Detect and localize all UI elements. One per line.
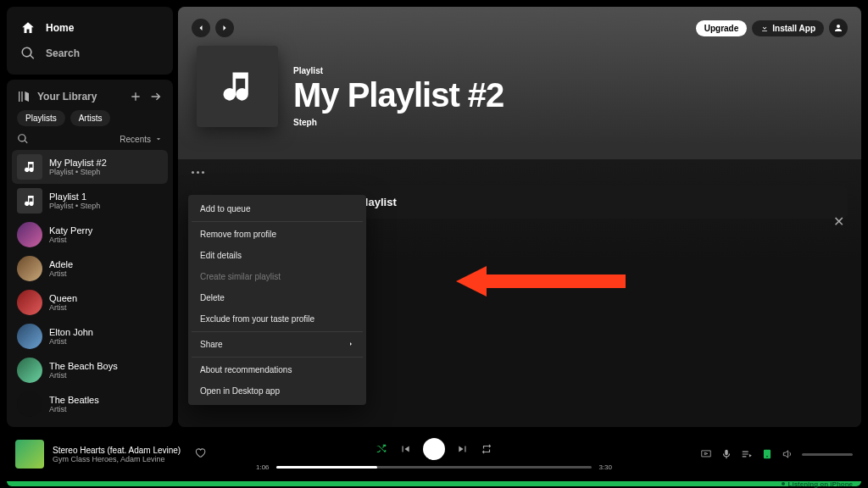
- now-playing-view-button[interactable]: [700, 448, 712, 460]
- library-item[interactable]: Playlist 1Playlist • Steph: [12, 184, 168, 218]
- svg-marker-0: [456, 266, 626, 297]
- item-sub: Artist: [49, 236, 92, 244]
- chevron-right-icon: [220, 23, 230, 33]
- play-button[interactable]: [423, 438, 445, 460]
- queue-icon: [741, 448, 753, 460]
- now-playing-artist[interactable]: Gym Class Heroes, Adam Levine: [53, 455, 181, 463]
- volume-slider[interactable]: [802, 453, 853, 456]
- library-header[interactable]: Your Library: [17, 90, 129, 103]
- item-title: My Playlist #2: [49, 158, 107, 168]
- music-note-icon: [219, 68, 256, 105]
- chevron-left-icon: [196, 23, 206, 33]
- context-menu-item[interactable]: Open in Desktop app: [192, 380, 363, 402]
- progress-bar[interactable]: [276, 466, 593, 469]
- repeat-button[interactable]: [481, 443, 492, 455]
- nav-back-button[interactable]: [192, 19, 210, 37]
- context-menu-item[interactable]: Exclude from your taste profile: [192, 308, 363, 330]
- arrow-right-icon[interactable]: [149, 90, 163, 103]
- lyrics-button[interactable]: [721, 448, 732, 460]
- profile-button[interactable]: [829, 19, 848, 37]
- library-item[interactable]: My Playlist #2Playlist • Steph: [12, 150, 168, 184]
- nav-home[interactable]: Home: [17, 15, 163, 41]
- nav-panel: Home Search: [7, 7, 173, 75]
- context-menu-item[interactable]: Share: [192, 334, 363, 355]
- play-icon: [428, 443, 440, 455]
- library-item[interactable]: Katy PerryArtist: [12, 218, 168, 252]
- nav-home-label: Home: [46, 22, 74, 34]
- context-menu-item[interactable]: About recommendations: [192, 359, 363, 380]
- chevron-right-icon: [348, 341, 354, 347]
- artist-avatar: [17, 358, 42, 383]
- artist-avatar: [17, 222, 42, 247]
- sort-button[interactable]: Recents: [120, 135, 163, 144]
- item-sub: Artist: [49, 303, 77, 312]
- connect-bar[interactable]: Listening on iPhone: [7, 481, 861, 486]
- context-menu-item[interactable]: Remove from profile: [192, 224, 363, 245]
- artist-avatar: [17, 256, 42, 281]
- chevron-down-icon: [154, 135, 163, 143]
- search-icon: [20, 46, 36, 61]
- item-title: The Beach Boys: [49, 361, 118, 371]
- now-playing-icon: [700, 448, 712, 460]
- skip-forward-icon: [457, 443, 469, 455]
- library-panel: Your Library PlaylistsArtists Recents My: [7, 80, 173, 427]
- playlist-thumb: [17, 188, 42, 214]
- item-title: Katy Perry: [49, 225, 92, 236]
- heart-icon: [194, 446, 206, 458]
- repeat-icon: [481, 443, 492, 455]
- skip-back-icon: [399, 443, 411, 455]
- playlist-cover: [197, 46, 278, 127]
- device-icon: [761, 448, 773, 460]
- nav-search-label: Search: [46, 47, 80, 59]
- filter-chip[interactable]: Playlists: [17, 110, 65, 126]
- library-item[interactable]: QueenArtist: [12, 286, 168, 319]
- library-item[interactable]: AdeleArtist: [12, 252, 168, 286]
- download-icon: [760, 24, 769, 32]
- library-item[interactable]: The BeatlesArtist: [12, 387, 168, 420]
- main-content: Upgrade Install App Playlist My P: [178, 7, 861, 427]
- shuffle-button[interactable]: [376, 443, 387, 455]
- context-menu: Add to queueRemove from profileEdit deta…: [188, 195, 366, 405]
- item-title: Playlist 1: [49, 191, 100, 202]
- library-icon: [17, 90, 31, 103]
- plus-icon[interactable]: [129, 90, 142, 103]
- sort-label: Recents: [120, 135, 151, 144]
- content-type: Playlist: [293, 66, 504, 75]
- item-sub: Artist: [49, 371, 118, 380]
- item-title: The Beatles: [49, 395, 99, 405]
- mic-icon: [721, 448, 732, 460]
- item-title: Elton John: [49, 327, 93, 337]
- context-menu-item: Create similar playlist: [192, 266, 363, 287]
- nav-forward-button[interactable]: [215, 19, 234, 37]
- nav-search[interactable]: Search: [17, 41, 163, 66]
- now-playing-title[interactable]: Stereo Hearts (feat. Adam Levine): [53, 446, 181, 455]
- shuffle-icon: [376, 443, 387, 455]
- elapsed-time: 1:06: [256, 463, 270, 471]
- playlist-owner[interactable]: Steph: [293, 118, 504, 127]
- artist-avatar: [17, 391, 42, 417]
- next-button[interactable]: [457, 443, 469, 455]
- volume-button[interactable]: [782, 448, 793, 460]
- user-icon: [833, 23, 843, 33]
- more-options-button[interactable]: [192, 171, 848, 186]
- item-sub: Playlist • Steph: [49, 168, 107, 176]
- queue-button[interactable]: [741, 448, 753, 460]
- item-sub: Artist: [49, 337, 93, 346]
- previous-button[interactable]: [399, 443, 411, 455]
- home-icon: [20, 20, 36, 36]
- context-menu-item[interactable]: Edit details: [192, 245, 363, 266]
- library-item[interactable]: Elton JohnArtist: [12, 319, 168, 353]
- playlist-thumb: [17, 154, 42, 180]
- context-menu-item[interactable]: Delete: [192, 287, 363, 308]
- upgrade-button[interactable]: Upgrade: [696, 20, 748, 36]
- item-sub: Artist: [49, 269, 73, 278]
- library-item[interactable]: The Beach BoysArtist: [12, 353, 168, 387]
- filter-chip[interactable]: Artists: [70, 110, 111, 126]
- devices-button[interactable]: [761, 448, 773, 460]
- search-library-icon[interactable]: [17, 133, 29, 145]
- close-find-button[interactable]: ✕: [829, 212, 848, 230]
- install-app-button[interactable]: Install App: [752, 20, 824, 36]
- now-playing-art[interactable]: [15, 440, 44, 469]
- like-button[interactable]: [194, 446, 206, 462]
- context-menu-item[interactable]: Add to queue: [192, 198, 363, 219]
